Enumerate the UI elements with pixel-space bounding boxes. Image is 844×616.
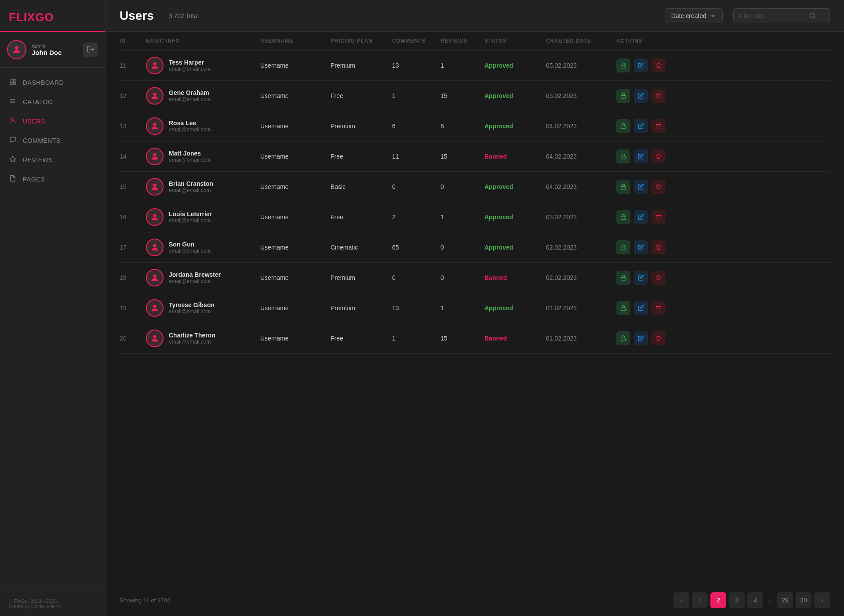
catalog-icon (9, 98, 17, 106)
svg-point-31 (153, 335, 156, 338)
cell-actions (616, 331, 678, 345)
svg-point-0 (15, 46, 18, 50)
cell-date: 05.02.2023 (546, 62, 616, 69)
col-status: STATUS (484, 38, 546, 44)
lock-button[interactable] (616, 301, 630, 315)
cell-username: Username (260, 183, 331, 190)
cell-plan: Basic (331, 183, 392, 190)
edit-button[interactable] (634, 210, 648, 224)
user-fullname: Matt Jones (169, 150, 211, 157)
cell-actions (616, 271, 678, 285)
page-button-1[interactable]: 1 (692, 592, 708, 608)
cell-id: 19 (120, 304, 146, 312)
lock-button[interactable] (616, 240, 630, 254)
delete-button[interactable] (651, 89, 666, 103)
cell-id: 15 (120, 183, 146, 190)
lock-button[interactable] (616, 210, 630, 224)
edit-button[interactable] (634, 271, 648, 285)
table-row: 20 Charlize Theron email@email.com Usern… (120, 323, 830, 354)
page-button-3[interactable]: 3 (729, 592, 745, 608)
delete-button[interactable] (651, 240, 666, 254)
cell-actions (616, 149, 678, 163)
page-button-4[interactable]: 4 (747, 592, 763, 608)
cell-username: Username (260, 123, 331, 130)
edit-button[interactable] (634, 119, 648, 133)
cell-status: Banned (484, 274, 546, 281)
next-page-button[interactable]: › (814, 592, 830, 608)
cell-comments: 6 (392, 123, 440, 130)
cell-id: 11 (120, 62, 146, 69)
table-area: ID BASIC INFO USERNAME PRICING PLAN COMM… (106, 32, 844, 584)
cell-date: 04.02.2023 (546, 123, 616, 130)
delete-button[interactable] (651, 331, 666, 345)
delete-button[interactable] (651, 271, 666, 285)
delete-button[interactable] (651, 119, 666, 133)
sidebar-item-dashboard[interactable]: DASHBOARD (0, 73, 105, 92)
lock-button[interactable] (616, 271, 630, 285)
logo: FLIXGO (9, 11, 96, 24)
user-fullname: Tess Harper (169, 59, 211, 66)
prev-page-button[interactable]: ‹ (673, 592, 689, 608)
sidebar-item-reviews[interactable]: REVIEWS (0, 150, 105, 170)
user-fullname: Son Gun (169, 241, 211, 248)
search-input[interactable] (740, 12, 806, 19)
sidebar-item-catalog[interactable]: CATALOG (0, 92, 105, 112)
cell-status: Approved (484, 214, 546, 221)
cell-date: 01.02.2023 (546, 304, 616, 312)
sidebar-item-label-users: USERS (23, 118, 45, 125)
page-button-29[interactable]: 29 (777, 592, 793, 608)
cell-date: 02.02.2023 (546, 244, 616, 251)
delete-button[interactable] (651, 210, 666, 224)
svg-rect-2 (10, 79, 12, 81)
lock-button[interactable] (616, 89, 630, 103)
cell-basic-info: Brian Cranston email@email.com (146, 178, 260, 196)
lock-button[interactable] (616, 58, 630, 72)
row-avatar (146, 178, 164, 196)
col-created-date: CRAETED DATE (546, 38, 616, 44)
lock-button[interactable] (616, 331, 630, 345)
edit-button[interactable] (634, 240, 648, 254)
user-email: email@email.com (169, 157, 211, 163)
logout-button[interactable] (83, 43, 98, 57)
edit-button[interactable] (634, 301, 648, 315)
sidebar-item-users[interactable]: USERS (0, 112, 105, 131)
lock-button[interactable] (616, 180, 630, 194)
user-role: Admin (32, 43, 78, 49)
edit-button[interactable] (634, 331, 648, 345)
delete-button[interactable] (651, 301, 666, 315)
svg-rect-5 (13, 82, 15, 84)
svg-rect-4 (10, 82, 12, 84)
svg-point-11 (810, 13, 815, 18)
row-avatar (146, 299, 164, 317)
cell-reviews: 15 (440, 153, 484, 160)
delete-button[interactable] (651, 149, 666, 163)
user-email: email@email.com (169, 278, 221, 284)
sidebar-item-label-catalog: CATALOG (23, 98, 53, 105)
lock-button[interactable] (616, 149, 630, 163)
cell-reviews: 15 (440, 92, 484, 99)
main-content: Users 3,702 Total Date created ID BASIC … (106, 0, 844, 616)
cell-actions (616, 58, 678, 72)
edit-button[interactable] (634, 180, 648, 194)
delete-button[interactable] (651, 58, 666, 72)
cell-plan: Free (331, 214, 392, 221)
page-button-2[interactable]: 2 (710, 592, 726, 608)
sidebar-item-comments[interactable]: COMMENTS (0, 131, 105, 150)
cell-actions (616, 210, 678, 224)
sort-dropdown[interactable]: Date created (665, 8, 723, 23)
cell-plan: Cinematic (331, 244, 392, 251)
edit-button[interactable] (634, 89, 648, 103)
cell-date: 02.02.2023 (546, 274, 616, 281)
cell-reviews: 1 (440, 304, 484, 312)
sidebar-item-pages[interactable]: PAGES (0, 170, 105, 189)
cell-reviews: 0 (440, 183, 484, 190)
search-icon[interactable] (809, 12, 816, 19)
edit-button[interactable] (634, 58, 648, 72)
lock-button[interactable] (616, 119, 630, 133)
cell-username: Username (260, 92, 331, 99)
svg-point-29 (153, 305, 156, 308)
delete-button[interactable] (651, 180, 666, 194)
edit-button[interactable] (634, 149, 648, 163)
page-button-30[interactable]: 30 (796, 592, 811, 608)
col-id: ID (120, 38, 146, 44)
